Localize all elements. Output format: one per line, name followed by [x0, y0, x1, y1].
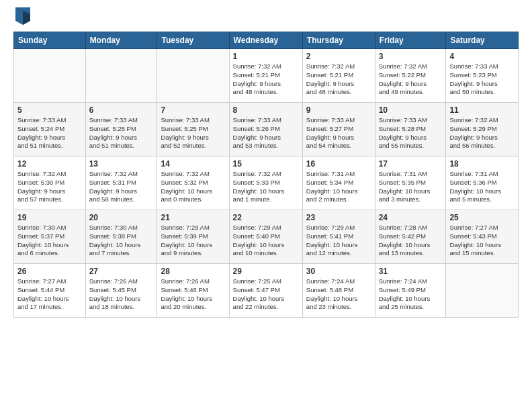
day-number: 25 — [449, 213, 515, 222]
logo — [13, 10, 30, 25]
calendar-cell: 6Sunrise: 7:33 AM Sunset: 5:25 PM Daylig… — [85, 103, 157, 156]
day-number: 21 — [161, 213, 225, 222]
day-info: Sunrise: 7:26 AM Sunset: 5:46 PM Dayligh… — [161, 277, 225, 312]
day-number: 14 — [161, 159, 225, 169]
day-info: Sunrise: 7:31 AM Sunset: 5:35 PM Dayligh… — [379, 170, 443, 204]
day-info: Sunrise: 7:33 AM Sunset: 5:23 PM Dayligh… — [449, 62, 515, 97]
day-number: 27 — [89, 267, 154, 276]
calendar-cell: 29Sunrise: 7:25 AM Sunset: 5:47 PM Dayli… — [229, 264, 302, 318]
day-info: Sunrise: 7:29 AM Sunset: 5:40 PM Dayligh… — [233, 224, 299, 258]
calendar-cell: 28Sunrise: 7:26 AM Sunset: 5:46 PM Dayli… — [157, 264, 229, 318]
day-info: Sunrise: 7:33 AM Sunset: 5:28 PM Dayligh… — [379, 116, 443, 150]
calendar-cell: 15Sunrise: 7:32 AM Sunset: 5:33 PM Dayli… — [229, 156, 302, 210]
day-number: 1 — [233, 52, 299, 61]
calendar-cell: 1Sunrise: 7:32 AM Sunset: 5:21 PM Daylig… — [229, 49, 302, 103]
day-info: Sunrise: 7:24 AM Sunset: 5:48 PM Dayligh… — [306, 277, 371, 312]
day-info: Sunrise: 7:33 AM Sunset: 5:26 PM Dayligh… — [233, 116, 299, 150]
calendar-table: SundayMondayTuesdayWednesdayThursdayFrid… — [13, 32, 519, 318]
day-info: Sunrise: 7:32 AM Sunset: 5:21 PM Dayligh… — [306, 62, 371, 97]
calendar-cell: 12Sunrise: 7:32 AM Sunset: 5:30 PM Dayli… — [14, 156, 86, 210]
calendar-week-row: 26Sunrise: 7:27 AM Sunset: 5:44 PM Dayli… — [14, 264, 519, 318]
day-number: 7 — [161, 105, 225, 115]
calendar-cell: 22Sunrise: 7:29 AM Sunset: 5:40 PM Dayli… — [229, 210, 302, 264]
day-number: 28 — [161, 267, 225, 276]
day-number: 26 — [17, 267, 82, 276]
calendar-cell: 21Sunrise: 7:29 AM Sunset: 5:39 PM Dayli… — [157, 210, 229, 264]
day-info: Sunrise: 7:32 AM Sunset: 5:31 PM Dayligh… — [89, 170, 154, 204]
calendar-week-row: 19Sunrise: 7:30 AM Sunset: 5:37 PM Dayli… — [14, 210, 519, 264]
calendar-cell: 9Sunrise: 7:33 AM Sunset: 5:27 PM Daylig… — [302, 103, 375, 156]
day-info: Sunrise: 7:26 AM Sunset: 5:45 PM Dayligh… — [89, 277, 154, 312]
calendar-cell: 26Sunrise: 7:27 AM Sunset: 5:44 PM Dayli… — [14, 264, 86, 318]
day-number: 18 — [449, 159, 515, 169]
day-info: Sunrise: 7:32 AM Sunset: 5:32 PM Dayligh… — [161, 170, 225, 204]
day-number: 4 — [449, 52, 515, 61]
calendar-cell — [446, 264, 519, 318]
logo-icon — [15, 7, 30, 25]
calendar-cell: 8Sunrise: 7:33 AM Sunset: 5:26 PM Daylig… — [229, 103, 302, 156]
day-number: 20 — [89, 213, 154, 222]
day-number: 29 — [233, 267, 299, 276]
day-info: Sunrise: 7:32 AM Sunset: 5:22 PM Dayligh… — [379, 62, 443, 97]
calendar-cell: 13Sunrise: 7:32 AM Sunset: 5:31 PM Dayli… — [85, 156, 157, 210]
day-info: Sunrise: 7:33 AM Sunset: 5:25 PM Dayligh… — [161, 116, 225, 150]
day-number: 3 — [379, 52, 443, 61]
day-info: Sunrise: 7:31 AM Sunset: 5:34 PM Dayligh… — [306, 170, 371, 204]
calendar-cell: 19Sunrise: 7:30 AM Sunset: 5:37 PM Dayli… — [14, 210, 86, 264]
day-info: Sunrise: 7:31 AM Sunset: 5:36 PM Dayligh… — [449, 170, 515, 204]
calendar-cell: 5Sunrise: 7:33 AM Sunset: 5:24 PM Daylig… — [14, 103, 86, 156]
day-number: 16 — [306, 159, 371, 169]
calendar-cell: 7Sunrise: 7:33 AM Sunset: 5:25 PM Daylig… — [157, 103, 229, 156]
calendar-cell — [14, 49, 86, 103]
day-info: Sunrise: 7:29 AM Sunset: 5:41 PM Dayligh… — [306, 224, 371, 258]
weekday-header: Monday — [85, 32, 157, 49]
calendar-cell: 20Sunrise: 7:30 AM Sunset: 5:38 PM Dayli… — [85, 210, 157, 264]
calendar-cell: 24Sunrise: 7:28 AM Sunset: 5:42 PM Dayli… — [375, 210, 446, 264]
day-info: Sunrise: 7:30 AM Sunset: 5:38 PM Dayligh… — [89, 224, 154, 258]
weekday-header: Wednesday — [229, 32, 302, 49]
day-number: 17 — [379, 159, 443, 169]
calendar-cell: 10Sunrise: 7:33 AM Sunset: 5:28 PM Dayli… — [375, 103, 446, 156]
calendar-week-row: 1Sunrise: 7:32 AM Sunset: 5:21 PM Daylig… — [14, 49, 519, 103]
day-info: Sunrise: 7:33 AM Sunset: 5:27 PM Dayligh… — [306, 116, 371, 150]
calendar-cell: 30Sunrise: 7:24 AM Sunset: 5:48 PM Dayli… — [302, 264, 375, 318]
calendar-cell: 3Sunrise: 7:32 AM Sunset: 5:22 PM Daylig… — [375, 49, 446, 103]
day-number: 6 — [89, 105, 154, 115]
calendar-cell: 16Sunrise: 7:31 AM Sunset: 5:34 PM Dayli… — [302, 156, 375, 210]
day-info: Sunrise: 7:27 AM Sunset: 5:43 PM Dayligh… — [449, 224, 515, 258]
day-number: 13 — [89, 159, 154, 169]
day-number: 15 — [233, 159, 299, 169]
day-info: Sunrise: 7:24 AM Sunset: 5:49 PM Dayligh… — [379, 277, 443, 312]
day-number: 2 — [306, 52, 371, 61]
calendar-cell — [157, 49, 229, 103]
day-number: 22 — [233, 213, 299, 222]
calendar-cell: 31Sunrise: 7:24 AM Sunset: 5:49 PM Dayli… — [375, 264, 446, 318]
calendar-cell: 27Sunrise: 7:26 AM Sunset: 5:45 PM Dayli… — [85, 264, 157, 318]
header — [13, 10, 519, 25]
calendar-cell: 2Sunrise: 7:32 AM Sunset: 5:21 PM Daylig… — [302, 49, 375, 103]
day-info: Sunrise: 7:32 AM Sunset: 5:29 PM Dayligh… — [449, 116, 515, 150]
day-number: 12 — [17, 159, 82, 169]
day-info: Sunrise: 7:32 AM Sunset: 5:33 PM Dayligh… — [233, 170, 299, 204]
weekday-header: Saturday — [446, 32, 519, 49]
calendar-cell: 23Sunrise: 7:29 AM Sunset: 5:41 PM Dayli… — [302, 210, 375, 264]
calendar-cell: 18Sunrise: 7:31 AM Sunset: 5:36 PM Dayli… — [446, 156, 519, 210]
weekday-header-row: SundayMondayTuesdayWednesdayThursdayFrid… — [14, 32, 519, 49]
weekday-header: Tuesday — [157, 32, 229, 49]
calendar-cell: 17Sunrise: 7:31 AM Sunset: 5:35 PM Dayli… — [375, 156, 446, 210]
day-number: 10 — [379, 105, 443, 115]
weekday-header: Friday — [375, 32, 446, 49]
day-info: Sunrise: 7:33 AM Sunset: 5:25 PM Dayligh… — [89, 116, 154, 150]
weekday-header: Sunday — [14, 32, 86, 49]
day-number: 11 — [449, 105, 515, 115]
day-number: 23 — [306, 213, 371, 222]
calendar-cell: 4Sunrise: 7:33 AM Sunset: 5:23 PM Daylig… — [446, 49, 519, 103]
day-info: Sunrise: 7:33 AM Sunset: 5:24 PM Dayligh… — [17, 116, 82, 150]
weekday-header: Thursday — [302, 32, 375, 49]
day-number: 5 — [17, 105, 82, 115]
day-number: 31 — [379, 267, 443, 276]
day-info: Sunrise: 7:29 AM Sunset: 5:39 PM Dayligh… — [161, 224, 225, 258]
calendar-cell — [85, 49, 157, 103]
day-info: Sunrise: 7:25 AM Sunset: 5:47 PM Dayligh… — [233, 277, 299, 312]
calendar-week-row: 5Sunrise: 7:33 AM Sunset: 5:24 PM Daylig… — [14, 103, 519, 156]
